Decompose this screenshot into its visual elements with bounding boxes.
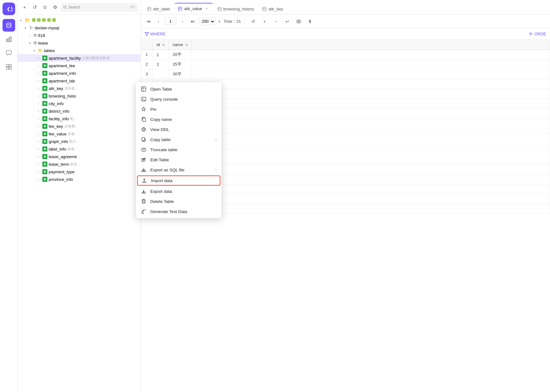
page-size-select[interactable]: 200 100 500 <box>199 18 215 25</box>
tab-attr_key-text: attr_key <box>268 7 283 11</box>
tree-table-fee_key[interactable]: › ⊞ fee_key 杂项费... <box>18 122 140 130</box>
first-page-button[interactable]: ⏮ <box>145 18 152 25</box>
tab-attr_value-close[interactable]: × <box>204 6 209 11</box>
total-label: Total：31 <box>224 19 241 24</box>
tree-db-618[interactable]: › ⛃ 618 <box>18 32 140 39</box>
cell-name-2[interactable]: 30平 <box>169 69 192 79</box>
menu-item-export-data[interactable]: Export data <box>136 186 222 196</box>
tab-attr_value[interactable]: attr_value × <box>174 3 213 14</box>
tab-attr_key[interactable]: attr_key <box>259 3 287 14</box>
settings-button[interactable]: ⚙ <box>51 3 59 12</box>
cell-extra-4 <box>192 89 550 99</box>
menu-item-edit-table[interactable]: Edit Table <box>136 155 222 165</box>
refresh-button[interactable]: ↺ <box>30 3 39 12</box>
tree-table-fee_value[interactable]: › ⊞ fee_value 杂项... <box>18 130 140 138</box>
cell-extra-3 <box>192 79 550 89</box>
app-logo[interactable]: ❮❯ <box>3 3 15 15</box>
table-row[interactable]: 2 2 25平 <box>141 60 550 69</box>
tree-table-apartment_info[interactable]: › ⊞ apartment_info <box>18 69 140 77</box>
cell-id-2[interactable] <box>153 69 169 79</box>
svg-point-34 <box>143 128 145 130</box>
svg-point-2 <box>7 23 11 25</box>
menu-copy-table-label: Copy table <box>150 137 171 142</box>
tree-table-graph_info[interactable]: › ⊞ graph_info 图片... <box>18 138 140 145</box>
svg-point-26 <box>298 21 299 22</box>
table-upload-button[interactable]: ⬆ <box>306 17 314 26</box>
truncate-table-icon <box>141 147 146 152</box>
table-view-button[interactable] <box>294 17 303 26</box>
menu-item-truncate-table[interactable]: Truncate table <box>136 145 222 155</box>
tree-table-apartment_fee[interactable]: › ⊞ apartment_fee <box>18 62 140 69</box>
menu-item-pin[interactable]: Pin <box>136 104 222 114</box>
menu-item-import-data[interactable]: Import data <box>137 175 220 186</box>
sidebar-database-btn[interactable] <box>3 19 15 32</box>
tree-table-apartment_facility[interactable]: › ⊞ apartment_facility 公寓与配套关联表 <box>18 54 140 62</box>
menu-import-data-label: Import data <box>151 178 172 183</box>
table-refresh-button[interactable]: ↺ <box>249 17 258 26</box>
db618-chevron: › <box>29 34 33 37</box>
table-row[interactable]: 1 1 20平 <box>141 50 550 60</box>
table-add-row-button[interactable]: + <box>260 17 269 26</box>
menu-item-query-console[interactable]: Query console <box>136 94 222 104</box>
table-undo-button[interactable]: ↩ <box>283 17 292 26</box>
t16-chevron: › <box>38 170 42 174</box>
menu-item-copy-name[interactable]: Copy name <box>136 114 222 124</box>
tab-browsing_history[interactable]: browsing_history <box>214 3 258 14</box>
tree-table-city_info[interactable]: › ⊞ city_info <box>18 100 140 107</box>
prev-page-button[interactable]: ‹ <box>155 18 162 25</box>
target-button[interactable]: ⊙ <box>40 3 49 12</box>
cell-extra-2 <box>192 69 550 79</box>
tree-table-browsing_histo[interactable]: › ⊞ browsing_histo <box>18 92 140 100</box>
sort-icon <box>529 32 533 36</box>
where-filter-button[interactable]: WHERE <box>145 32 165 36</box>
tree-table-district_info[interactable]: › ⊞ district_info <box>18 107 140 115</box>
tree-table-payment_type[interactable]: › ⊞ payment_type <box>18 168 140 175</box>
lease-label: lease <box>38 41 48 45</box>
t3-table-icon: ⊞ <box>42 71 47 76</box>
menu-item-export-sql[interactable]: Export as SQL file › <box>136 165 222 175</box>
tree-table-lease_term[interactable]: › ⊞ lease_term 租赁... <box>18 160 140 168</box>
connection-label: docker-mysql <box>35 26 59 30</box>
tree-table-facility_info[interactable]: › ⊞ facility_info 配... <box>18 115 140 122</box>
add-button[interactable]: + <box>20 3 29 12</box>
menu-generate-test-label: Generate Test Data <box>150 209 187 214</box>
export-sql-icon <box>141 167 146 173</box>
menu-item-generate-test[interactable]: Generate Test Data <box>136 206 222 217</box>
cell-id-1[interactable]: 2 <box>153 60 169 69</box>
cell-id-0[interactable]: 1 <box>153 50 169 60</box>
tree-table-province_info[interactable]: › ⊞ province_info <box>18 175 140 183</box>
tree-table-label_info[interactable]: › ⊞ label_info 标签... <box>18 145 140 153</box>
table-delete-row-button[interactable]: − <box>272 17 280 26</box>
tree-connection[interactable]: ▾ docker-mysql <box>18 24 140 32</box>
filter-icon <box>145 32 149 36</box>
search-bar[interactable]: Search ⌘F <box>61 3 138 12</box>
tab-attr_label[interactable]: attr_label <box>143 3 174 14</box>
menu-item-view-ddl[interactable]: View DDL <box>136 124 222 134</box>
col-header-id[interactable]: id ⇅ <box>153 40 169 50</box>
tree-table-apartment_lab[interactable]: › ⊞ apartment_lab <box>18 77 140 85</box>
t3-chevron: › <box>38 72 42 75</box>
last-page-button[interactable]: ⏭ <box>189 18 196 25</box>
tree-table-attr_key[interactable]: › ⊞ attr_key 房间基... <box>18 85 140 92</box>
col-header-name[interactable]: name ⇅ <box>169 40 192 50</box>
menu-item-open-table[interactable]: Open Table <box>136 84 222 94</box>
sidebar-chart-btn[interactable] <box>3 33 15 45</box>
cell-name-0[interactable]: 20平 <box>169 50 192 60</box>
tree-root[interactable]: ▾ 📁 🍀🍀🍀🍀🍀 <box>18 16 140 24</box>
page-input[interactable] <box>165 18 176 25</box>
cell-rownum-0: 1 <box>141 50 153 60</box>
sidebar-chat-btn[interactable] <box>3 47 15 59</box>
next-page-button[interactable]: › <box>179 18 186 25</box>
cell-extra-8 <box>192 134 550 149</box>
root-chevron: ▾ <box>20 19 25 22</box>
menu-item-copy-table[interactable]: Copy table › <box>136 134 222 145</box>
tree-table-lease_agreeme[interactable]: › ⊞ lease_agreeme <box>18 153 140 160</box>
svg-rect-3 <box>6 39 8 42</box>
menu-item-delete-table[interactable]: Delete Table <box>136 196 222 206</box>
sidebar-grid-btn[interactable] <box>3 61 15 73</box>
order-button[interactable]: ORDE <box>529 32 546 36</box>
tree-tables-folder[interactable]: ▾ 📁 tables <box>18 47 140 54</box>
cell-name-1[interactable]: 25平 <box>169 60 192 69</box>
tree-db-lease[interactable]: ▾ ⛃ lease <box>18 39 140 47</box>
table-row[interactable]: 3 30平 <box>141 69 550 79</box>
